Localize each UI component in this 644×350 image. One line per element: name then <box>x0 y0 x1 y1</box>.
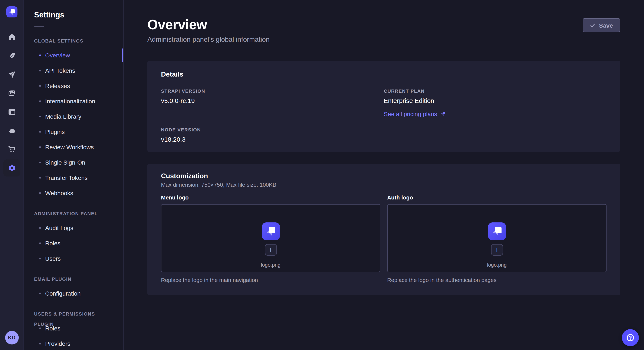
external-link-icon <box>440 112 445 116</box>
sidebar-item-overview[interactable]: Overview <box>24 48 123 63</box>
strapi-logo[interactable] <box>0 0 24 24</box>
strapi-logo-icon <box>6 6 17 17</box>
rail-item-content-type-builder[interactable] <box>3 103 20 120</box>
sidebar-item-label: Roles <box>45 325 60 332</box>
subnav-sections: GLOBAL SETTINGSOverviewAPI TokensRelease… <box>24 27 123 350</box>
gear-icon <box>8 164 16 172</box>
sidebar-item-roles[interactable]: Roles <box>24 321 123 336</box>
node-version-value: v18.20.3 <box>161 135 384 144</box>
sidebar-item-media-library[interactable]: Media Library <box>24 109 123 124</box>
home-icon <box>8 33 16 41</box>
upload-field-menu-logo: Menu logo+logo.pngReplace the logo in th… <box>161 194 380 284</box>
uploaded-logo-preview <box>488 222 506 240</box>
save-button[interactable]: Save <box>583 18 620 32</box>
page-header-titles: Overview Administration panel’s global i… <box>147 17 270 44</box>
bullet-icon <box>39 116 41 117</box>
upload-field-label: Menu logo <box>161 194 380 201</box>
bullet-icon <box>39 258 41 259</box>
sidebar-item-internationalization[interactable]: Internationalization <box>24 94 123 109</box>
settings-subnav-header: Settings <box>24 0 123 27</box>
bullet-icon <box>39 85 41 87</box>
logo-uploads: Menu logo+logo.pngReplace the logo in th… <box>161 194 606 284</box>
main-nav-rail: KD <box>0 0 24 350</box>
sidebar-item-single-sign-on[interactable]: Single Sign-On <box>24 155 123 170</box>
save-button-label: Save <box>599 22 613 29</box>
sidebar-item-label: Users <box>45 255 61 262</box>
cart-icon <box>8 145 16 154</box>
rail-item-releases[interactable] <box>3 66 20 83</box>
subnav-section-users-permissions-plugin: USERS & PERMISSIONS PLUGINRolesProviders <box>24 309 123 350</box>
customization-card: Customization Max dimension: 750×750, Ma… <box>147 164 620 295</box>
node-version-field: NODE VERSION v18.20.3 <box>161 127 384 144</box>
uploaded-logo-preview <box>262 222 280 240</box>
help-icon <box>626 333 635 342</box>
details-card-title: Details <box>161 70 606 79</box>
bullet-icon <box>39 146 41 148</box>
settings-subnav: Settings GLOBAL SETTINGSOverviewAPI Toke… <box>24 0 124 350</box>
sidebar-item-label: Providers <box>45 340 70 347</box>
rail-item-marketplace[interactable] <box>3 141 20 158</box>
section-label: GLOBAL SETTINGS <box>24 36 123 46</box>
rail-item-settings[interactable] <box>3 160 20 176</box>
rail-item-content[interactable] <box>3 47 20 64</box>
pricing-plans-link[interactable]: See all pricing plans <box>384 110 445 118</box>
sidebar-item-label: Overview <box>45 52 70 59</box>
bullet-icon <box>39 131 41 133</box>
sidebar-item-audit-logs[interactable]: Audit Logs <box>24 220 123 236</box>
add-logo-button[interactable]: + <box>491 244 503 256</box>
sidebar-item-label: API Tokens <box>45 67 75 74</box>
layout-icon <box>8 108 16 116</box>
logo-filename: logo.png <box>261 262 280 268</box>
sidebar-item-roles[interactable]: Roles <box>24 236 123 251</box>
customization-card-title: Customization <box>161 172 606 180</box>
add-logo-button[interactable]: + <box>265 244 277 256</box>
sidebar-item-plugins[interactable]: Plugins <box>24 124 123 140</box>
sidebar-item-releases[interactable]: Releases <box>24 78 123 94</box>
page-title: Overview <box>147 17 270 32</box>
subnav-section-administration-panel: ADMINISTRATION PANELAudit LogsRolesUsers <box>24 208 123 266</box>
sidebar-item-users[interactable]: Users <box>24 251 123 266</box>
avatar[interactable]: KD <box>5 331 18 345</box>
node-version-label: NODE VERSION <box>161 127 384 133</box>
logo-upload-box: +logo.png <box>387 204 606 272</box>
check-icon <box>590 22 596 28</box>
sidebar-item-webhooks[interactable]: Webhooks <box>24 185 123 201</box>
page-header: Overview Administration panel’s global i… <box>147 17 620 44</box>
sidebar-item-transfer-tokens[interactable]: Transfer Tokens <box>24 170 123 185</box>
bullet-icon <box>39 293 41 294</box>
rail-item-home[interactable] <box>3 28 20 45</box>
sidebar-item-label: Internationalization <box>45 98 95 105</box>
bullet-icon <box>39 227 41 229</box>
subnav-section-email-plugin: EMAIL PLUGINConfiguration <box>24 274 123 301</box>
current-plan-field: CURRENT PLAN Enterprise Edition See all … <box>384 88 606 118</box>
sidebar-item-configuration[interactable]: Configuration <box>24 286 123 301</box>
sidebar-item-label: Roles <box>45 240 60 247</box>
section-label: EMAIL PLUGIN <box>24 274 123 284</box>
strapi-admin-app: KD Settings GLOBAL SETTINGSOverviewAPI T… <box>0 0 644 350</box>
cloud-icon <box>8 126 16 135</box>
upload-caption: Replace the logo in the authentication p… <box>387 276 606 284</box>
sidebar-item-label: Releases <box>45 82 70 89</box>
details-card: Details STRAPI VERSION v5.0.0-rc.19 CURR… <box>147 61 620 152</box>
sidebar-item-label: Media Library <box>45 113 81 120</box>
section-label: USERS & PERMISSIONS PLUGIN <box>24 309 123 319</box>
paper-plane-icon <box>8 70 16 79</box>
upload-field-auth-logo: Auth logo+logo.pngReplace the logo in th… <box>387 194 606 284</box>
sidebar-item-label: Single Sign-On <box>45 159 85 166</box>
sidebar-item-review-workflows[interactable]: Review Workflows <box>24 140 123 155</box>
strapi-version-field: STRAPI VERSION v5.0.0-rc.19 <box>161 88 384 118</box>
sidebar-item-label: Transfer Tokens <box>45 174 88 181</box>
sidebar-item-providers[interactable]: Providers <box>24 336 123 350</box>
rail-item-deploy[interactable] <box>3 122 20 139</box>
sidebar-item-label: Webhooks <box>45 190 73 196</box>
rail-nav-items <box>3 24 20 325</box>
details-grid: STRAPI VERSION v5.0.0-rc.19 CURRENT PLAN… <box>161 88 606 144</box>
sidebar-item-label: Configuration <box>45 290 81 297</box>
rail-item-media-library[interactable] <box>3 85 20 102</box>
sidebar-item-api-tokens[interactable]: API Tokens <box>24 63 123 78</box>
bullet-icon <box>39 54 41 56</box>
help-button[interactable] <box>622 329 639 346</box>
logo-upload-box: +logo.png <box>161 204 380 272</box>
sidebar-item-label: Review Workflows <box>45 144 94 151</box>
bullet-icon <box>39 70 41 71</box>
